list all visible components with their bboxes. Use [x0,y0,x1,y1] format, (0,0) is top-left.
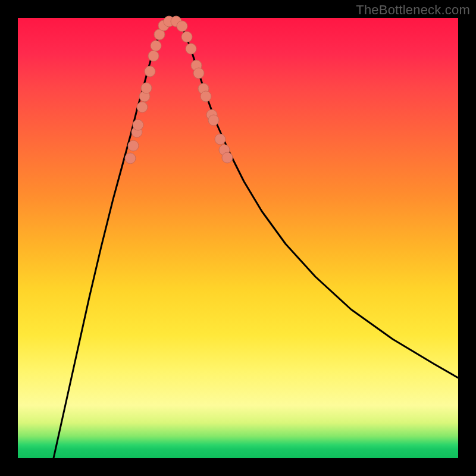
curve-path [54,21,458,458]
data-marker [125,153,136,164]
data-marker [222,152,233,163]
data-marker [141,83,152,93]
data-marker [148,51,159,61]
data-marker [133,120,143,130]
data-marker [128,140,139,151]
data-marker [145,66,155,77]
bottleneck-curve [18,18,458,458]
data-marker [215,134,226,145]
data-marker [177,21,187,32]
chart-frame: TheBottleneck.com [0,0,476,476]
data-marker [208,115,219,126]
plot-area [18,18,458,458]
watermark-text: TheBottleneck.com [356,2,470,18]
data-marker [137,102,148,112]
data-marker [193,68,204,79]
data-marker [201,91,211,102]
data-marker [151,40,161,51]
data-marker [186,43,196,54]
data-marker [181,32,192,42]
